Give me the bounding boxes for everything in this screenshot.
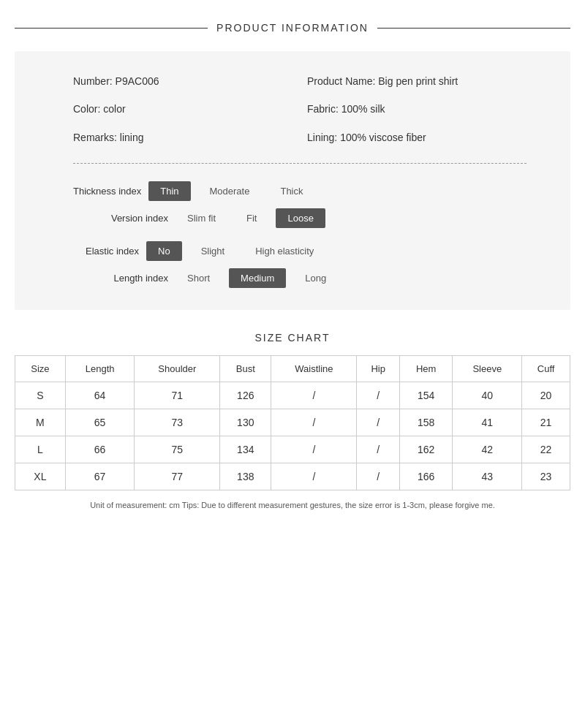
length-long-btn[interactable]: Long bbox=[293, 268, 338, 288]
table-cell: / bbox=[271, 463, 357, 490]
version-fit-btn[interactable]: Fit bbox=[235, 208, 268, 228]
col-header-cuff: Cuff bbox=[522, 356, 570, 382]
fabric-field: Fabric: 100% silk bbox=[307, 101, 526, 117]
table-row: M6573130//1584121 bbox=[15, 409, 570, 436]
table-cell: 138 bbox=[220, 463, 271, 490]
table-cell: / bbox=[357, 463, 399, 490]
version-group: Version index Slim fit Fit Loose bbox=[102, 208, 325, 228]
table-row: XL6777138//1664323 bbox=[15, 463, 570, 490]
length-medium-btn[interactable]: Medium bbox=[229, 268, 286, 288]
number-field: Number: P9AC006 bbox=[73, 73, 292, 89]
col-header-waistline: Waistline bbox=[271, 356, 357, 382]
length-group: Length index Short Medium Long bbox=[102, 268, 338, 288]
table-cell: 20 bbox=[522, 382, 570, 409]
size-chart-title: SIZE CHART bbox=[15, 332, 570, 344]
col-header-sleeve: Sleeve bbox=[453, 356, 522, 382]
elastic-label: Elastic index bbox=[73, 246, 139, 257]
table-cell: / bbox=[357, 382, 399, 409]
header-line-right bbox=[377, 28, 570, 29]
length-label: Length index bbox=[102, 273, 168, 284]
info-grid: Number: P9AC006 Product Name: Big pen pr… bbox=[73, 73, 526, 145]
col-header-bust: Bust bbox=[220, 356, 271, 382]
thickness-version-row: Thickness index Thin Moderate Thick Vers… bbox=[73, 181, 526, 228]
table-cell: 23 bbox=[522, 463, 570, 490]
table-cell: 134 bbox=[220, 436, 271, 463]
color-field: Color: color bbox=[73, 101, 292, 117]
size-table: SizeLengthShoulderBustWaistlineHipHemSle… bbox=[15, 355, 570, 490]
col-header-hem: Hem bbox=[399, 356, 453, 382]
product-name-field: Product Name: Big pen print shirt bbox=[307, 73, 526, 89]
table-cell: / bbox=[357, 436, 399, 463]
version-slim-btn[interactable]: Slim fit bbox=[176, 208, 227, 228]
thickness-thick-btn[interactable]: Thick bbox=[268, 181, 314, 201]
table-row: L6675134//1624222 bbox=[15, 436, 570, 463]
remarks-field: Remarks: lining bbox=[73, 129, 292, 145]
col-header-hip: Hip bbox=[357, 356, 399, 382]
table-cell: 41 bbox=[453, 409, 522, 436]
size-table-header: SizeLengthShoulderBustWaistlineHipHemSle… bbox=[15, 356, 570, 382]
table-cell: 73 bbox=[135, 409, 220, 436]
thickness-moderate-btn[interactable]: Moderate bbox=[198, 181, 262, 201]
version-label: Version index bbox=[102, 213, 168, 224]
table-row: S6471126//1544020 bbox=[15, 382, 570, 409]
col-header-length: Length bbox=[65, 356, 135, 382]
table-cell: 65 bbox=[65, 409, 135, 436]
elastic-high-btn[interactable]: High elasticity bbox=[244, 241, 325, 261]
table-cell: 77 bbox=[135, 463, 220, 490]
section-title: PRODUCT INFORMATION bbox=[216, 22, 369, 34]
table-cell: 130 bbox=[220, 409, 271, 436]
table-cell: 42 bbox=[453, 436, 522, 463]
table-cell: / bbox=[271, 409, 357, 436]
version-loose-btn[interactable]: Loose bbox=[276, 208, 325, 228]
table-cell: 154 bbox=[399, 382, 453, 409]
table-cell: 43 bbox=[453, 463, 522, 490]
table-cell: L bbox=[15, 436, 66, 463]
product-info-box: Number: P9AC006 Product Name: Big pen pr… bbox=[15, 51, 570, 310]
table-cell: 158 bbox=[399, 409, 453, 436]
table-cell: 22 bbox=[522, 436, 570, 463]
table-cell: / bbox=[271, 436, 357, 463]
lining-field: Lining: 100% viscose fiber bbox=[307, 129, 526, 145]
header-row: SizeLengthShoulderBustWaistlineHipHemSle… bbox=[15, 356, 570, 382]
thickness-thin-btn[interactable]: Thin bbox=[148, 181, 190, 201]
table-cell: 166 bbox=[399, 463, 453, 490]
measurement-note: Unit of measurement: cm Tips: Due to dif… bbox=[15, 501, 570, 509]
index-section: Thickness index Thin Moderate Thick Vers… bbox=[73, 181, 526, 288]
table-cell: S bbox=[15, 382, 66, 409]
table-cell: XL bbox=[15, 463, 66, 490]
table-cell: 66 bbox=[65, 436, 135, 463]
size-table-body: S6471126//1544020M6573130//1584121L66751… bbox=[15, 382, 570, 490]
length-short-btn[interactable]: Short bbox=[176, 268, 222, 288]
table-cell: 67 bbox=[65, 463, 135, 490]
elastic-length-row: Elastic index No Slight High elasticity … bbox=[73, 241, 526, 288]
dashed-divider bbox=[73, 163, 526, 164]
header-line-left bbox=[15, 28, 208, 29]
section-header: PRODUCT INFORMATION bbox=[15, 22, 570, 34]
table-cell: 21 bbox=[522, 409, 570, 436]
table-cell: / bbox=[271, 382, 357, 409]
table-cell: 162 bbox=[399, 436, 453, 463]
table-cell: 40 bbox=[453, 382, 522, 409]
table-cell: / bbox=[357, 409, 399, 436]
elastic-slight-btn[interactable]: Slight bbox=[189, 241, 237, 261]
size-chart-section: SIZE CHART SizeLengthShoulderBustWaistli… bbox=[15, 332, 570, 509]
table-cell: 126 bbox=[220, 382, 271, 409]
col-header-size: Size bbox=[15, 356, 66, 382]
thickness-label: Thickness index bbox=[73, 186, 141, 197]
table-cell: 64 bbox=[65, 382, 135, 409]
elastic-no-btn[interactable]: No bbox=[146, 241, 182, 261]
table-cell: 75 bbox=[135, 436, 220, 463]
table-cell: M bbox=[15, 409, 66, 436]
table-cell: 71 bbox=[135, 382, 220, 409]
col-header-shoulder: Shoulder bbox=[135, 356, 220, 382]
